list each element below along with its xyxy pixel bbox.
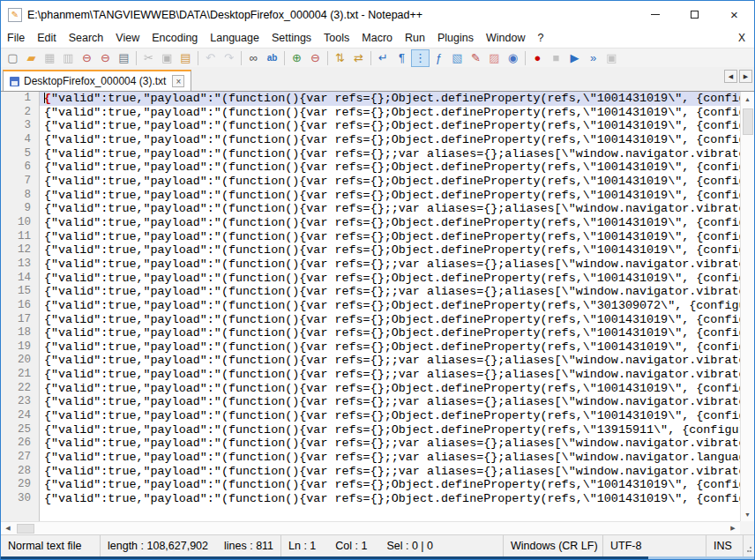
- editor-line[interactable]: 3{"valid":true,"payload":"(function(){va…: [1, 119, 740, 133]
- menu-item-settings[interactable]: Settings: [265, 29, 318, 47]
- word-wrap-icon[interactable]: ↵: [374, 49, 392, 67]
- vertical-scroll-thumb[interactable]: [743, 108, 753, 135]
- editor-line[interactable]: 10{"valid":true,"payload":"(function(){v…: [1, 216, 740, 230]
- stop-macro-icon[interactable]: ■: [547, 49, 565, 67]
- editor-line[interactable]: 28{"valid":true,"payload":"(function(){v…: [1, 465, 740, 479]
- editor-line[interactable]: 30{"valid":true,"payload":"(function(){v…: [1, 492, 740, 506]
- vertical-scrollbar[interactable]: ▲ ▼: [740, 92, 754, 521]
- line-number: 21: [1, 368, 40, 382]
- editor-line[interactable]: 19{"valid":true,"payload":"(function(){v…: [1, 340, 740, 355]
- folder-as-workspace-icon[interactable]: ▨: [485, 49, 504, 67]
- editor-line[interactable]: 16{"valid":true,"payload":"(function(){v…: [1, 299, 740, 313]
- editor-line[interactable]: 24{"valid":true,"payload":"(function(){v…: [1, 409, 740, 423]
- editor-line[interactable]: 15{"valid":true,"payload":"(function(){v…: [1, 285, 740, 299]
- sync-horizontal-icon[interactable]: ⇄: [349, 49, 368, 67]
- editor-line[interactable]: 25{"valid":true,"payload":"(function(){v…: [1, 423, 740, 437]
- record-macro-icon[interactable]: ●: [528, 49, 547, 67]
- resize-grip[interactable]: [744, 535, 754, 556]
- horizontal-scrollbar[interactable]: ◀ ▶: [1, 521, 740, 534]
- tab-close-button[interactable]: ×: [172, 75, 184, 87]
- cut-icon[interactable]: ✂: [139, 49, 158, 67]
- editor-line[interactable]: 18{"valid":true,"payload":"(function(){v…: [1, 326, 740, 340]
- editor-line[interactable]: 20{"valid":true,"payload":"(function(){v…: [1, 354, 740, 368]
- editor-line[interactable]: 6{"valid":true,"payload":"(function(){va…: [1, 161, 740, 175]
- editor-line[interactable]: 21{"valid":true,"payload":"(function(){v…: [1, 368, 740, 382]
- menu-item-window[interactable]: Window: [480, 29, 531, 47]
- line-text: {"valid":true,"payload":"(function(){var…: [40, 243, 740, 258]
- line-text: {"valid":true,"payload":"(function(){var…: [40, 133, 740, 147]
- menu-item-run[interactable]: Run: [399, 29, 431, 47]
- close-file-icon[interactable]: ⊖: [78, 49, 96, 67]
- editor-line[interactable]: 14{"valid":true,"payload":"(function(){v…: [1, 272, 740, 286]
- run-macro-multiple-icon[interactable]: »: [584, 49, 602, 67]
- sync-vertical-icon[interactable]: ⇅: [331, 49, 349, 67]
- notepad-plus-plus-window: ✎ E:\phanmem\TANGVIEWWEB\DATA\DesktopFir…: [0, 0, 755, 560]
- editor-line[interactable]: 29{"valid":true,"payload":"(function(){v…: [1, 478, 740, 492]
- tab-scroll-right-button[interactable]: ▶: [739, 70, 752, 83]
- menu-item-view[interactable]: View: [109, 29, 146, 47]
- show-all-chars-icon[interactable]: ¶: [392, 49, 411, 67]
- menu-item-file[interactable]: File: [1, 29, 31, 47]
- paste-icon[interactable]: ▤: [176, 49, 195, 67]
- scroll-right-arrow-icon[interactable]: ▶: [726, 521, 740, 534]
- editor-line[interactable]: 23{"valid":true,"payload":"(function(){v…: [1, 395, 740, 409]
- editor-line[interactable]: 27{"valid":true,"payload":"(function(){v…: [1, 451, 740, 465]
- status-encoding[interactable]: UTF-8: [603, 535, 706, 556]
- editor-line[interactable]: 26{"valid":true,"payload":"(function(){v…: [1, 437, 740, 451]
- save-icon[interactable]: ▦: [41, 49, 59, 67]
- open-file-icon[interactable]: ▰: [22, 49, 41, 67]
- editor-line[interactable]: 2{"valid":true,"payload":"(function(){va…: [1, 106, 740, 120]
- replace-icon[interactable]: ab: [263, 49, 281, 67]
- horizontal-scroll-thumb[interactable]: [17, 524, 34, 534]
- menu-item-edit[interactable]: Edit: [31, 29, 63, 47]
- menu-item-search[interactable]: Search: [63, 29, 110, 47]
- status-eol-format[interactable]: Windows (CR LF): [504, 535, 603, 556]
- maximize-button[interactable]: [675, 1, 714, 28]
- zoom-out-icon[interactable]: ⊖: [306, 49, 325, 67]
- close-button[interactable]: ×: [714, 1, 754, 28]
- play-macro-icon[interactable]: ▶: [565, 49, 584, 67]
- scroll-up-arrow-icon[interactable]: ▲: [741, 92, 755, 106]
- editor-line[interactable]: 13{"valid":true,"payload":"(function(){v…: [1, 258, 740, 272]
- scroll-left-arrow-icon[interactable]: ◀: [1, 521, 15, 534]
- document-list-icon[interactable]: ✎: [467, 49, 485, 67]
- monitoring-eye-icon[interactable]: ◉: [504, 49, 522, 67]
- save-all-icon[interactable]: ▥: [59, 49, 78, 67]
- menu-item-macro[interactable]: Macro: [355, 29, 399, 47]
- text-editor[interactable]: 1{"valid":true,"payload":"(function(){va…: [1, 92, 740, 534]
- copy-icon[interactable]: ▣: [158, 49, 176, 67]
- scroll-down-arrow-icon[interactable]: ▼: [741, 507, 755, 521]
- menu-item-help[interactable]: ?: [531, 29, 549, 47]
- function-list-icon[interactable]: ƒ: [430, 49, 448, 67]
- editor-line[interactable]: 8{"valid":true,"payload":"(function(){va…: [1, 189, 740, 203]
- tab-scroll-left-button[interactable]: ◀: [724, 70, 737, 83]
- close-all-icon[interactable]: ⊖: [96, 49, 115, 67]
- status-insert-mode[interactable]: INS: [706, 535, 744, 556]
- editor-line[interactable]: 22{"valid":true,"payload":"(function(){v…: [1, 382, 740, 396]
- zoom-in-icon[interactable]: ⊕: [288, 49, 306, 67]
- minimize-button[interactable]: [635, 1, 675, 28]
- menu-item-language[interactable]: Language: [204, 29, 265, 47]
- editor-line[interactable]: 4{"valid":true,"payload":"(function(){va…: [1, 133, 740, 147]
- editor-line[interactable]: 7{"valid":true,"payload":"(function(){va…: [1, 175, 740, 189]
- menu-item-plugins[interactable]: Plugins: [431, 29, 480, 47]
- undo-icon[interactable]: ↶: [201, 49, 220, 67]
- indent-guide-icon[interactable]: ⋮: [411, 49, 430, 67]
- window-bottom-edge: [1, 556, 754, 559]
- document-map-icon[interactable]: ▧: [448, 49, 467, 67]
- find-icon[interactable]: ∞: [244, 49, 263, 67]
- menu-item-tools[interactable]: Tools: [318, 29, 355, 47]
- editor-line[interactable]: 11{"valid":true,"payload":"(function(){v…: [1, 230, 740, 244]
- save-macro-icon[interactable]: ▣: [602, 49, 621, 67]
- editor-line[interactable]: 9{"valid":true,"payload":"(function(){va…: [1, 202, 740, 216]
- editor-line[interactable]: 1{"valid":true,"payload":"(function(){va…: [1, 92, 740, 106]
- print-icon[interactable]: ▤: [115, 49, 133, 67]
- new-file-icon[interactable]: ▢: [4, 49, 22, 67]
- editor-line[interactable]: 17{"valid":true,"payload":"(function(){v…: [1, 313, 740, 327]
- redo-icon[interactable]: ↷: [220, 49, 238, 67]
- close-document-button[interactable]: X: [729, 29, 754, 47]
- editor-line[interactable]: 12{"valid":true,"payload":"(function(){v…: [1, 243, 740, 258]
- menu-item-encoding[interactable]: Encoding: [146, 29, 204, 47]
- editor-line[interactable]: 5{"valid":true,"payload":"(function(){va…: [1, 147, 740, 161]
- tab-desktopfirefox-000004[interactable]: DesktopFirefox_000004 (3).txt ×: [3, 70, 191, 91]
